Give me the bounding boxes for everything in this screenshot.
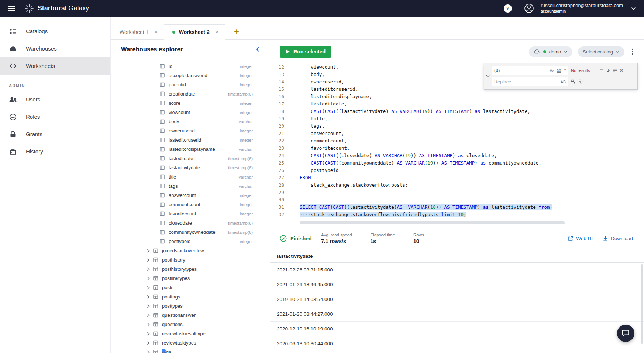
column-item[interactable]: owneruseridinteger [111, 126, 270, 135]
chat-launcher-button[interactable] [617, 325, 634, 342]
match-case-icon[interactable]: Aa [550, 68, 554, 73]
result-row[interactable]: 2021-02-26 03:31:15.000 [270, 263, 644, 277]
whole-word-icon[interactable]: ab [557, 68, 561, 73]
sidebar-item-history[interactable]: History [0, 143, 110, 160]
chevron-right-icon[interactable] [147, 304, 153, 308]
table-item[interactable]: questions [111, 320, 270, 329]
collapse-explorer-icon[interactable] [255, 46, 260, 52]
table-item[interactable]: reviewtaskresulttype [111, 329, 270, 338]
find-input[interactable]: (0) Aa ab .* [492, 66, 568, 75]
column-item[interactable]: scoreinteger [111, 98, 270, 108]
sidebar-item-users[interactable]: Users [0, 91, 110, 108]
replace-all-icon[interactable] [579, 79, 584, 84]
find-in-selection-icon[interactable] [613, 69, 617, 72]
sql-editor[interactable]: 12 viewcount,13 body,14 owneruserid,15 l… [270, 63, 644, 227]
column-item[interactable]: lasteditdatetimestamp(6) [111, 154, 270, 163]
table-item[interactable]: questionanswer [111, 311, 270, 320]
code-line[interactable]: 23 favoritecount, [270, 145, 644, 152]
kebab-menu-icon[interactable] [630, 47, 635, 56]
table-item[interactable]: posthistory [111, 255, 270, 264]
chevron-right-icon[interactable] [147, 323, 153, 326]
chevron-right-icon[interactable] [147, 314, 153, 317]
catalog-select[interactable]: Select catalog [578, 46, 624, 57]
code-line[interactable]: 27FROM [270, 174, 644, 181]
code-line[interactable]: 32····stack_exchange.stackoverflow.hivef… [270, 211, 644, 218]
chevron-right-icon[interactable] [147, 267, 153, 271]
column-item[interactable]: favoritecountinteger [111, 209, 270, 218]
close-find-icon[interactable]: × [620, 67, 623, 73]
column-item[interactable]: commentcountinteger [111, 200, 270, 209]
table-item[interactable]: reviewtasktypes [111, 338, 270, 347]
close-tab-icon[interactable]: × [154, 29, 158, 35]
horizontal-scrollbar[interactable] [300, 221, 565, 224]
table-item[interactable]: posthistorytypes [111, 264, 270, 274]
menu-icon[interactable] [8, 6, 16, 11]
find-previous-icon[interactable] [600, 68, 604, 72]
result-row[interactable]: 2019-10-21 14:03:54.000 [270, 292, 644, 307]
column-item[interactable]: lasteditoruseridinteger [111, 135, 270, 145]
chevron-right-icon[interactable] [147, 277, 153, 280]
column-item[interactable]: tagsvarchar [111, 181, 270, 191]
table-item[interactable]: posts [111, 283, 270, 292]
column-item[interactable]: posttypeidinteger [111, 237, 270, 246]
chevron-right-icon[interactable] [147, 295, 153, 299]
code-line[interactable]: 22 commentcount, [270, 137, 644, 145]
account-chevron-down-icon[interactable] [631, 7, 636, 10]
help-icon[interactable]: ? [504, 4, 512, 13]
chevron-right-icon[interactable] [147, 332, 153, 336]
column-item[interactable]: lasteditordisplaynamevarchar [111, 145, 270, 154]
code-line[interactable]: 24 CAST(CAST((closeddate) AS VARCHAR(19)… [270, 152, 644, 159]
find-next-icon[interactable] [606, 68, 610, 72]
sidebar-item-roles[interactable]: Roles [0, 108, 110, 125]
replace-input[interactable]: Replace AB [492, 77, 568, 86]
code-line[interactable]: 20 tags, [270, 122, 644, 130]
sidebar-item-warehouses[interactable]: Warehouses [0, 40, 110, 57]
chevron-right-icon[interactable] [147, 249, 153, 253]
result-row[interactable]: 2021-01-29 18:46:45.000 [270, 277, 644, 292]
web-ui-link[interactable]: Web UI [568, 236, 593, 241]
table-item[interactable]: joinedstackoverflow [111, 246, 270, 255]
column-item[interactable]: communityowneddatetimestamp(6) [111, 228, 270, 237]
column-item[interactable]: bodyvarchar [111, 117, 270, 126]
code-line[interactable]: 19 title, [270, 115, 644, 122]
close-tab-icon[interactable]: × [216, 29, 219, 35]
code-line[interactable]: 21 answercount, [270, 130, 644, 137]
code-line[interactable]: 25 CAST(CAST((communityowneddate) AS VAR… [270, 159, 644, 167]
code-line[interactable]: 28 stack_exchange.stackoverflow.posts; [270, 181, 644, 189]
result-row[interactable]: 2021-01-30 08:44:27.000 [270, 307, 644, 322]
column-item[interactable]: closeddatetimestamp(6) [111, 218, 270, 228]
run-selected-button[interactable]: Run selected [280, 46, 331, 58]
table-item[interactable]: postlinktypes [111, 274, 270, 283]
sidebar-item-worksheets[interactable]: Worksheets [0, 57, 110, 75]
column-item[interactable]: viewcountinteger [111, 108, 270, 117]
download-link[interactable]: Download [603, 236, 633, 241]
code-line[interactable]: 31SELECT CAST(CAST((lastactivitydate)AS … [270, 204, 644, 211]
code-line[interactable]: 17 lasteditdate, [270, 100, 644, 108]
table-item[interactable]: tags [111, 347, 270, 353]
result-row[interactable]: 2020-12-10 16:10:19.000 [270, 322, 644, 336]
column-item[interactable]: idinteger [111, 62, 270, 71]
tab-worksheet-1[interactable]: Worksheet 1× [111, 24, 164, 39]
chevron-right-icon[interactable] [147, 341, 153, 345]
add-worksheet-button[interactable]: + [232, 27, 241, 36]
replace-icon[interactable] [571, 79, 576, 84]
sidebar-item-catalogs[interactable]: Catalogs [0, 23, 110, 40]
results-column-header[interactable]: lastactivitydate [270, 250, 644, 263]
column-item[interactable]: titlevarchar [111, 172, 270, 181]
column-item[interactable]: lastactivitydatetimestamp(6) [111, 163, 270, 172]
column-item[interactable]: acceptedansweridinteger [111, 71, 270, 80]
cluster-select[interactable]: demo [529, 46, 573, 57]
result-row[interactable]: 2020-06-13 10:30:44.000 [270, 336, 644, 351]
code-line[interactable]: 30 [270, 196, 644, 204]
chevron-right-icon[interactable] [147, 350, 153, 353]
code-line[interactable]: 16 lasteditordisplayname, [270, 93, 644, 100]
avatar-icon[interactable] [524, 3, 534, 13]
chevron-right-icon[interactable] [147, 258, 153, 262]
code-line[interactable]: 26 posttypeid [270, 167, 644, 174]
tab-worksheet-2[interactable]: Worksheet 2× [164, 24, 225, 40]
sidebar-item-grants[interactable]: Grants [0, 125, 110, 143]
column-item[interactable]: answercountinteger [111, 191, 270, 200]
table-item[interactable]: posttypes [111, 301, 270, 311]
chevron-right-icon[interactable] [147, 286, 153, 290]
preserve-case-icon[interactable]: AB [561, 80, 566, 84]
